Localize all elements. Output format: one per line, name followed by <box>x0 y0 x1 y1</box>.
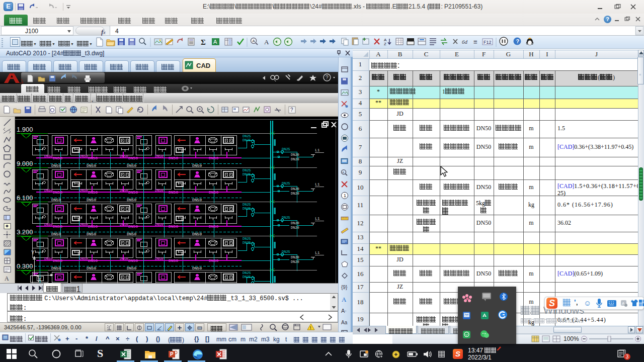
svg-text:L1: L1 <box>315 250 320 255</box>
svg-text:DN50: DN50 <box>209 258 218 263</box>
svg-text:A: A <box>253 39 256 43</box>
svg-text:A: A <box>213 39 217 45</box>
svg-text:DN50: DN50 <box>209 224 218 229</box>
svg-text:DN25: DN25 <box>243 237 251 241</box>
svg-text:Z: Z <box>384 42 386 46</box>
svg-text:DN50: DN50 <box>88 156 98 160</box>
svg-text:DN20: DN20 <box>291 192 299 196</box>
svg-text:DN50: DN50 <box>155 223 164 227</box>
svg-text:DN50: DN50 <box>44 154 53 158</box>
svg-text:=: = <box>473 38 477 46</box>
svg-text:DN50: DN50 <box>87 163 96 168</box>
svg-text:DN25: DN25 <box>243 207 251 211</box>
svg-text:DN50: DN50 <box>44 257 53 261</box>
svg-text:DN50: DN50 <box>51 198 61 202</box>
svg-text:DN20: DN20 <box>291 157 299 161</box>
svg-text:1: 1 <box>344 193 346 198</box>
svg-text:DN50: DN50 <box>79 257 88 261</box>
svg-text:A: A <box>342 171 344 174</box>
svg-text:DN50: DN50 <box>87 198 96 202</box>
svg-text:L1: L1 <box>315 148 320 152</box>
svg-text:DN50: DN50 <box>120 189 128 193</box>
svg-text:DN50: DN50 <box>53 190 62 195</box>
svg-text:DN50: DN50 <box>53 156 62 160</box>
svg-text:DN50: DN50 <box>169 190 178 195</box>
svg-text:DN50: DN50 <box>155 257 164 261</box>
svg-text:!: ! <box>310 325 311 330</box>
svg-text:DN50: DN50 <box>88 190 98 195</box>
svg-text:DN50: DN50 <box>79 154 88 158</box>
svg-text:DN50: DN50 <box>120 154 128 158</box>
svg-text:F12: F12 <box>484 40 492 45</box>
svg-text:0.300: 0.300 <box>17 262 33 270</box>
svg-text:DN25: DN25 <box>243 172 251 176</box>
svg-text:6d: 6d <box>462 39 468 45</box>
svg-text:Y: Y <box>31 250 35 255</box>
svg-text:DN25: DN25 <box>282 182 290 186</box>
svg-text:DN50: DN50 <box>169 156 178 160</box>
svg-text:DN20: DN20 <box>291 153 299 157</box>
svg-text:DN50: DN50 <box>51 163 61 168</box>
svg-text:DN50: DN50 <box>155 154 164 158</box>
svg-text:DN50: DN50 <box>53 224 62 229</box>
svg-text:DN50: DN50 <box>192 232 202 236</box>
svg-text:DN20: DN20 <box>291 255 299 259</box>
svg-text:6.100: 6.100 <box>17 194 33 202</box>
svg-text:DN50: DN50 <box>128 156 138 160</box>
svg-text:X: X <box>38 277 42 283</box>
svg-text:DN25: DN25 <box>243 168 251 172</box>
svg-text:DN50: DN50 <box>192 198 202 202</box>
svg-text:DN50: DN50 <box>209 156 218 160</box>
svg-text:DN50: DN50 <box>120 223 128 227</box>
svg-text:DN25: DN25 <box>243 138 251 142</box>
svg-text:?: ? <box>326 75 329 80</box>
svg-text:DN50: DN50 <box>88 258 98 263</box>
svg-text:DN50: DN50 <box>128 190 138 195</box>
svg-text:DN50: DN50 <box>79 223 88 227</box>
svg-text:DN50: DN50 <box>127 266 136 270</box>
svg-text:DN50: DN50 <box>120 257 128 261</box>
svg-text:1.900: 1.900 <box>17 126 33 133</box>
svg-text:DN50: DN50 <box>192 266 202 270</box>
svg-text:DN50: DN50 <box>169 258 178 263</box>
svg-text:DN50: DN50 <box>127 163 136 168</box>
svg-text:DN50: DN50 <box>209 190 218 195</box>
svg-text:DN50: DN50 <box>44 223 53 227</box>
svg-text:DN50: DN50 <box>128 258 138 263</box>
svg-text:DN20: DN20 <box>291 187 299 191</box>
svg-text:DN25: DN25 <box>243 134 251 138</box>
svg-text:DN50: DN50 <box>192 163 202 168</box>
svg-text:DN50: DN50 <box>53 258 62 263</box>
svg-text:DN25: DN25 <box>282 250 290 254</box>
svg-text:DN50: DN50 <box>51 232 61 236</box>
svg-text:DN25: DN25 <box>243 275 251 279</box>
svg-text:DN50: DN50 <box>127 232 136 236</box>
svg-text:P: P <box>170 351 174 357</box>
svg-text:L1: L1 <box>315 216 320 221</box>
svg-text:DN50: DN50 <box>155 189 164 193</box>
svg-text:DN50: DN50 <box>87 266 96 270</box>
svg-text:DN20: DN20 <box>291 260 299 264</box>
svg-text:DN50: DN50 <box>128 224 138 229</box>
svg-text:A·: A· <box>341 308 347 314</box>
svg-text:DN25: DN25 <box>282 216 290 220</box>
svg-text:L1: L1 <box>315 182 320 187</box>
svg-text:?: ? <box>516 38 520 44</box>
svg-text:DN25: DN25 <box>243 241 251 245</box>
svg-text:Aa: Aa <box>341 320 348 325</box>
svg-text:DN50: DN50 <box>87 232 96 236</box>
svg-text:9.000: 9.000 <box>17 160 33 167</box>
svg-text:DN25: DN25 <box>282 147 290 151</box>
svg-text:DN50: DN50 <box>79 189 88 193</box>
svg-text:DN50: DN50 <box>44 189 53 193</box>
svg-text:3.200: 3.200 <box>17 228 33 236</box>
svg-text:A: A <box>5 275 9 282</box>
svg-text:DN50: DN50 <box>127 198 136 202</box>
svg-text:{9}: {9} <box>341 285 348 290</box>
svg-text:A: A <box>264 38 269 46</box>
svg-text:DN50: DN50 <box>88 224 98 229</box>
svg-text:?: ? <box>290 107 293 113</box>
svg-text:DN20: DN20 <box>291 226 299 230</box>
svg-text:DN25: DN25 <box>243 203 251 207</box>
svg-text:DN25: DN25 <box>243 271 251 275</box>
